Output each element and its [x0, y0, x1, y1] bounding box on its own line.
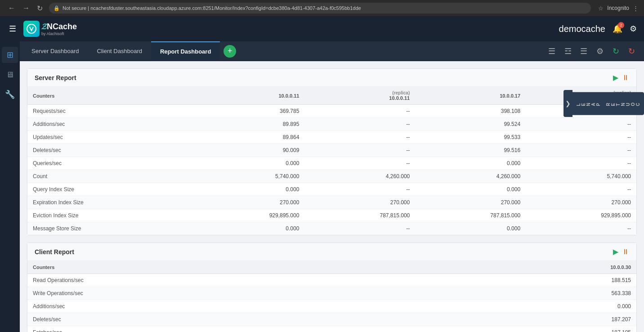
- app-name: democache: [559, 24, 605, 34]
- counter-label: Count: [27, 170, 194, 183]
- value-col4: --: [526, 183, 636, 196]
- server-report-section: Server Report ▶ ⏸ Counters 10.0.0.11 (re…: [27, 68, 637, 235]
- refresh-green-button[interactable]: ↻: [609, 44, 623, 59]
- counter-label: Fetches/sec: [27, 326, 416, 332]
- client-report-table: Counters 10.0.0.30 Read Operations/sec 1…: [27, 261, 636, 332]
- address-bar[interactable]: 🔒 Not secure | ncachesfduster.southeasta…: [49, 3, 591, 13]
- value-col4: 929,895.000: [526, 209, 636, 222]
- value-col1: 0.000: [416, 300, 636, 313]
- value-col3: 0.000: [415, 222, 526, 235]
- counter-panel-tab[interactable]: COUNTERPANEL: [572, 92, 644, 115]
- svg-point-0: [27, 24, 36, 33]
- value-col3: 99.524: [415, 118, 526, 131]
- value-col1: 188.515: [416, 274, 636, 287]
- client-report-controls: ▶ ⏸: [613, 247, 629, 256]
- value-col4: --: [526, 118, 636, 131]
- col-10011: 10.0.0.11: [194, 87, 305, 105]
- refresh-button[interactable]: ↻: [34, 3, 45, 13]
- value-col2: --: [304, 222, 415, 235]
- client-report-title: Client Report: [35, 248, 74, 256]
- detail-view-button[interactable]: ☰: [577, 44, 591, 59]
- tab-report-dashboard[interactable]: Report Dashboard: [151, 41, 220, 61]
- value-col3: 4,260.000: [415, 170, 526, 183]
- sidenav-tools-button[interactable]: 🔧: [2, 86, 18, 103]
- col-10017: 10.0.0.17: [415, 87, 526, 105]
- value-col1: 89.864: [194, 131, 305, 144]
- hamburger-button[interactable]: ☰: [7, 22, 18, 36]
- col-client-10030: 10.0.0.30: [416, 261, 636, 274]
- profile-label: Incognito: [607, 5, 629, 11]
- sidenav-dashboard-button[interactable]: ⊞: [2, 47, 18, 63]
- server-table-body: Requests/sec 369.785 -- 398.108 -- Addit…: [27, 105, 636, 235]
- browser-right: ☆ Incognito ⋮: [598, 5, 639, 12]
- client-play-button[interactable]: ▶: [613, 247, 618, 256]
- counter-label: Message Store Size: [27, 222, 194, 235]
- forward-button[interactable]: →: [20, 3, 32, 13]
- col-counters: Counters: [27, 87, 194, 105]
- value-col4: 5,740.000: [526, 170, 636, 183]
- table-row: Eviction Index Size 929,895.000 787,815.…: [27, 209, 636, 222]
- browser-menu-icon[interactable]: ⋮: [633, 5, 639, 12]
- counter-label: Read Operations/sec: [27, 274, 416, 287]
- value-col3: 99.533: [415, 131, 526, 144]
- logo-area: 𝓩NCache by Alachisoft: [23, 21, 77, 37]
- value-col1: 187.105: [416, 326, 636, 332]
- value-col1: 270.000: [194, 196, 305, 209]
- tab-server-dashboard[interactable]: Server Dashboard: [22, 41, 88, 61]
- bookmark-icon[interactable]: ☆: [598, 5, 604, 12]
- server-pause-button[interactable]: ⏸: [622, 74, 629, 82]
- table-row: Updates/sec 89.864 -- 99.533 --: [27, 131, 636, 144]
- logo-sub-text: by Alachisoft: [41, 31, 77, 36]
- value-col3: 787,815.000: [415, 209, 526, 222]
- table-row: Expiration Index Size 270.000 270.000 27…: [27, 196, 636, 209]
- counter-label: Expiration Index Size: [27, 196, 194, 209]
- server-report-header: Server Report ▶ ⏸: [27, 69, 636, 87]
- settings-tool-button[interactable]: ⚙: [593, 44, 607, 59]
- counter-label: Updates/sec: [27, 131, 194, 144]
- counter-label: Eviction Index Size: [27, 209, 194, 222]
- logo-main-text: 𝓩NCache: [41, 22, 77, 31]
- value-col1: 369.785: [194, 105, 305, 118]
- table-row: Requests/sec 369.785 -- 398.108 --: [27, 105, 636, 118]
- client-table-header-row: Counters 10.0.0.30: [27, 261, 636, 274]
- value-col2: --: [304, 157, 415, 170]
- value-col4: --: [526, 157, 636, 170]
- value-col4: --: [526, 131, 636, 144]
- client-pause-button[interactable]: ⏸: [622, 248, 629, 256]
- list-view-button[interactable]: ☲: [561, 44, 575, 59]
- counter-panel-wrapper: ❯ COUNTERPANEL: [564, 90, 644, 117]
- browser-bar: ← → ↻ 🔒 Not secure | ncachesfduster.sout…: [0, 0, 644, 16]
- value-col4: --: [526, 222, 636, 235]
- value-col1: 0.000: [194, 183, 305, 196]
- value-col3: 0.000: [415, 157, 526, 170]
- value-col1: 5,740.000: [194, 170, 305, 183]
- value-col2: --: [304, 118, 415, 131]
- server-report-table: Counters 10.0.0.11 (replica)10.0.0.11 10…: [27, 87, 636, 235]
- table-row: Message Store Size 0.000 -- 0.000 --: [27, 222, 636, 235]
- back-button[interactable]: ←: [5, 3, 18, 13]
- counter-label: Write Operations/sec: [27, 287, 416, 300]
- table-row: Count 5,740.000 4,260.000 4,260.000 5,74…: [27, 170, 636, 183]
- server-report-title: Server Report: [35, 74, 76, 81]
- notification-button[interactable]: 🔔 2: [613, 24, 622, 34]
- value-col2: --: [304, 105, 415, 118]
- settings-button[interactable]: ⚙: [630, 24, 637, 34]
- compact-view-button[interactable]: ☰: [545, 44, 559, 59]
- table-row: Query Index Size 0.000 -- 0.000 --: [27, 183, 636, 196]
- refresh-red-button[interactable]: ↻: [625, 44, 639, 59]
- value-col4: --: [526, 144, 636, 157]
- main-content: Server Report ▶ ⏸ Counters 10.0.0.11 (re…: [20, 61, 644, 332]
- sidenav-servers-button[interactable]: 🖥: [2, 67, 18, 83]
- add-tab-button[interactable]: +: [224, 45, 236, 58]
- lock-icon: 🔒: [54, 5, 60, 11]
- table-row: Deletes/sec 187.207: [27, 313, 636, 326]
- server-play-button[interactable]: ▶: [613, 73, 618, 82]
- client-report-section: Client Report ▶ ⏸ Counters 10.0.0.30 Rea…: [27, 242, 637, 332]
- counter-panel-chevron[interactable]: ❯: [564, 90, 572, 117]
- table-row: Deletes/sec 90.009 -- 99.516 --: [27, 144, 636, 157]
- value-col2: --: [304, 144, 415, 157]
- client-table-body: Read Operations/sec 188.515 Write Operat…: [27, 274, 636, 332]
- tab-client-dashboard[interactable]: Client Dashboard: [88, 41, 151, 61]
- table-row: Additions/sec 0.000: [27, 300, 636, 313]
- value-col2: 270.000: [304, 196, 415, 209]
